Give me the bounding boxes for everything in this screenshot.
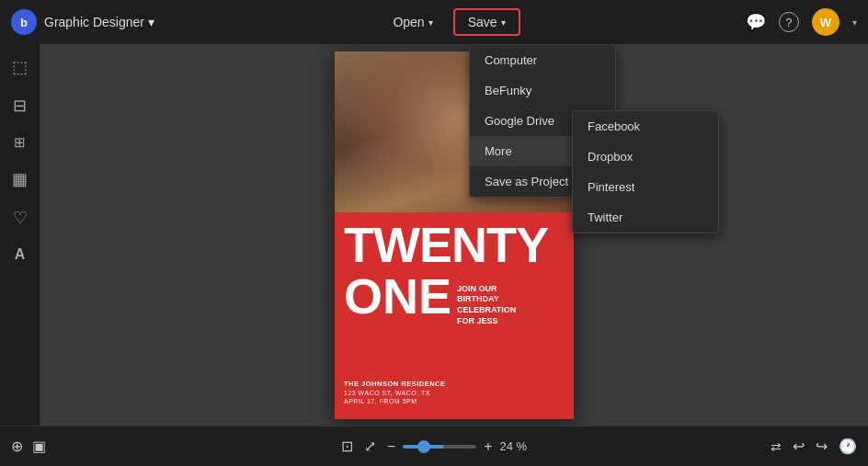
more-submenu: Facebook Dropbox Pinterest Twitter xyxy=(572,110,719,233)
layers-icon: ⊕ xyxy=(11,438,23,454)
more-twitter-item[interactable]: Twitter xyxy=(573,202,718,233)
save-chevron-icon: ▾ xyxy=(501,17,506,28)
sidebar: ⬚ ⊟ ⊞ ▦ ♡ A xyxy=(0,44,40,426)
help-icon: ? xyxy=(779,12,799,32)
more-facebook-item[interactable]: Facebook xyxy=(573,111,718,142)
topbar-right: 💬 ? W ▾ xyxy=(746,8,857,36)
logo[interactable]: b xyxy=(11,9,37,35)
avatar[interactable]: W xyxy=(812,8,839,36)
poster-address: 123 WACO ST, WACO, TX xyxy=(344,390,446,396)
open-label: Open xyxy=(393,15,424,29)
app-title-text: Graphic Designer xyxy=(44,15,144,29)
minus-icon: − xyxy=(387,438,395,454)
expand-button[interactable]: ⤢ xyxy=(364,438,376,455)
zoom-in-button[interactable]: + xyxy=(484,438,492,455)
save-button[interactable]: Save ▾ xyxy=(453,8,520,36)
poster-text-area: TWENTY ONE JOIN OURBIRTHDAYCELEBRATIONFO… xyxy=(335,212,574,335)
bottombar-right: ⇄ ↩ ↪ 🕐 xyxy=(771,438,857,455)
chat-icon: 💬 xyxy=(746,13,766,31)
more-pinterest-item[interactable]: Pinterest xyxy=(573,172,718,202)
open-chevron-icon: ▾ xyxy=(428,17,433,28)
sidebar-favorite-icon[interactable]: ♡ xyxy=(13,208,28,228)
bottombar: ⊕ ▣ ⊡ ⤢ − + 24 % ⇄ ↩ ↪ 🕐 xyxy=(0,426,868,466)
sidebar-text-icon[interactable]: A xyxy=(15,246,26,263)
poster-join-text: JOIN OURBIRTHDAYCELEBRATIONFOR JESS xyxy=(457,271,516,327)
chat-button[interactable]: 💬 xyxy=(746,12,766,32)
avatar-initial: W xyxy=(820,16,831,29)
sidebar-filter-icon[interactable]: ⊟ xyxy=(13,96,27,116)
twitter-label: Twitter xyxy=(588,210,622,224)
facebook-label: Facebook xyxy=(588,119,640,133)
dropbox-label: Dropbox xyxy=(588,150,633,164)
save-computer-item[interactable]: Computer xyxy=(470,45,615,75)
save-more-label: More xyxy=(485,144,512,158)
app-title-chevron-icon: ▾ xyxy=(148,15,154,29)
logo-letter: b xyxy=(20,16,28,29)
zoom-out-button[interactable]: − xyxy=(387,438,395,455)
help-button[interactable]: ? xyxy=(779,12,799,33)
save-befunky-item[interactable]: BeFunky xyxy=(470,75,615,106)
redo-button[interactable]: ↪ xyxy=(816,438,828,455)
save-computer-label: Computer xyxy=(485,53,537,67)
open-button[interactable]: Open ▾ xyxy=(380,9,445,35)
save-as-project-label: Save as Project xyxy=(485,175,568,188)
save-befunky-label: BeFunky xyxy=(485,84,531,97)
pinterest-label: Pinterest xyxy=(588,180,634,194)
plus-icon: + xyxy=(484,438,492,454)
sidebar-adjust-icon[interactable]: ⊞ xyxy=(14,134,26,151)
save-label: Save xyxy=(468,15,497,29)
redo-icon: ↪ xyxy=(816,438,828,454)
avatar-chevron-icon: ▾ xyxy=(852,17,857,28)
zoom-slider[interactable] xyxy=(403,445,476,449)
layout-button[interactable]: ▣ xyxy=(32,438,46,455)
app-title: Graphic Designer ▾ xyxy=(44,15,154,29)
bottombar-left: ⊕ ▣ xyxy=(11,438,46,455)
poster-title-line1: TWENTY xyxy=(344,220,565,269)
poster-venue: THE JOHNSON RESIDENCE xyxy=(344,380,446,388)
poster-footer: THE JOHNSON RESIDENCE 123 WACO ST, WACO,… xyxy=(344,380,446,404)
layout-icon: ▣ xyxy=(32,438,46,454)
loop-icon: ⇄ xyxy=(771,439,782,454)
main-area: ⬚ ⊟ ⊞ ▦ ♡ A TWENTY ONE JOIN OURBIRTHDAYC… xyxy=(0,44,868,426)
topbar: b Graphic Designer ▾ Open ▾ Save ▾ 💬 ? W… xyxy=(0,0,868,44)
save-googledrive-label: Google Drive xyxy=(485,114,554,128)
topbar-center: Open ▾ Save ▾ xyxy=(380,8,520,36)
history-button[interactable]: 🕐 xyxy=(839,438,857,455)
undo-button[interactable]: ↩ xyxy=(793,438,805,455)
crop-icon: ⊡ xyxy=(341,438,353,454)
poster-sub-area: ONE JOIN OURBIRTHDAYCELEBRATIONFOR JESS xyxy=(344,271,565,327)
crop-button[interactable]: ⊡ xyxy=(341,438,353,455)
zoom-control: − + 24 % xyxy=(387,438,527,455)
canvas-area: TWENTY ONE JOIN OURBIRTHDAYCELEBRATIONFO… xyxy=(40,44,868,426)
more-dropbox-item[interactable]: Dropbox xyxy=(573,142,718,172)
poster-title-line2: ONE xyxy=(344,271,451,321)
loop-button[interactable]: ⇄ xyxy=(771,438,782,455)
undo-icon: ↩ xyxy=(793,438,805,454)
sidebar-layout-icon[interactable]: ▦ xyxy=(12,169,28,189)
poster-date: APRIL 17, FROM 5PM xyxy=(344,398,446,404)
sidebar-image-icon[interactable]: ⬚ xyxy=(12,57,28,77)
history-icon: 🕐 xyxy=(839,438,857,454)
topbar-left: b Graphic Designer ▾ xyxy=(11,9,154,35)
zoom-label: 24 % xyxy=(500,439,528,453)
expand-icon: ⤢ xyxy=(364,438,376,454)
layers-button[interactable]: ⊕ xyxy=(11,438,23,455)
